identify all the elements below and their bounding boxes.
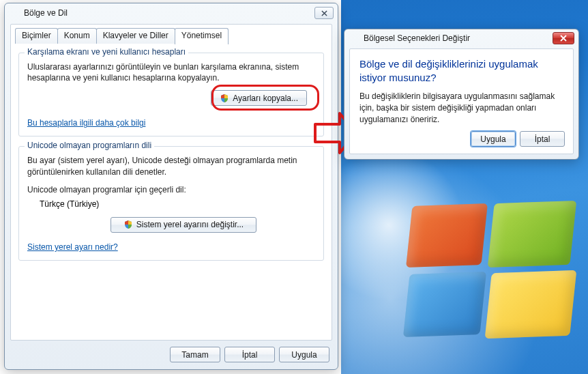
what-is-locale-link[interactable]: Sistem yerel ayarı nedir? bbox=[27, 242, 118, 252]
confirm-body: Bölge ve dil değişikliklerinizi uygulama… bbox=[349, 48, 574, 154]
confirm-dialog: Bölgesel Seçenekleri Değiştir Bölge ve d… bbox=[344, 29, 579, 160]
confirm-title: Bölgesel Seçenekleri Değiştir bbox=[364, 33, 553, 43]
ok-button[interactable]: Tamam bbox=[170, 347, 220, 362]
window-title: Bölge ve Dil bbox=[24, 8, 312, 18]
shield-icon bbox=[123, 220, 133, 229]
accounts-more-info-link[interactable]: Bu hesaplarla ilgili daha çok bilgi bbox=[27, 118, 145, 128]
tab-administrative[interactable]: Yönetimsel bbox=[175, 28, 229, 44]
confirm-apply-button[interactable]: Uygula bbox=[471, 131, 516, 147]
region-language-dialog: Bölge ve Dil Biçimler Konum Klavyeler ve… bbox=[4, 3, 338, 370]
close-button[interactable] bbox=[314, 7, 334, 19]
copy-settings-button[interactable]: Ayarları kopyala... bbox=[211, 90, 307, 106]
group-legend: Karşılama ekranı ve yeni kullanıcı hesap… bbox=[25, 47, 188, 57]
confirm-cancel-button[interactable]: İptal bbox=[520, 131, 565, 147]
change-locale-label: Sistem yerel ayarını değiştir... bbox=[136, 220, 244, 229]
confirm-heading: Bölge ve dil değişikliklerinizi uygulama… bbox=[359, 57, 563, 84]
confirm-button-row: Uygula İptal bbox=[471, 131, 565, 147]
titlebar[interactable]: Bölge ve Dil bbox=[5, 3, 338, 23]
current-lang-label: Unicode olmayan programlar için geçerli … bbox=[27, 184, 315, 195]
tab-location[interactable]: Konum bbox=[57, 28, 97, 44]
group-welcome-accounts: Karşılama ekranı ve yeni kullanıcı hesap… bbox=[18, 53, 324, 136]
copy-settings-label: Ayarları kopyala... bbox=[233, 94, 298, 103]
shield-icon bbox=[220, 94, 229, 103]
globe-icon bbox=[9, 8, 20, 18]
tab-keyboards[interactable]: Klavyeler ve Diller bbox=[96, 28, 175, 44]
group2-desc: Bu ayar (sistem yerel ayarı), Unicode de… bbox=[27, 155, 315, 177]
change-system-locale-button[interactable]: Sistem yerel ayarını değiştir... bbox=[111, 217, 256, 233]
dialog-button-row: Tamam İptal Uygula bbox=[170, 347, 329, 362]
tab-formats[interactable]: Biçimler bbox=[15, 28, 58, 44]
group1-desc: Uluslararası ayarlarınızı görüntüleyin v… bbox=[27, 61, 315, 83]
cancel-button[interactable]: İptal bbox=[224, 347, 275, 362]
close-button[interactable] bbox=[553, 32, 574, 44]
confirm-text: Bu değişikliklerin bilgisayara uygulanma… bbox=[359, 91, 563, 125]
dialog-client: Biçimler Konum Klavyeler ve Diller Yönet… bbox=[10, 24, 332, 341]
confirm-titlebar[interactable]: Bölgesel Seçenekleri Değiştir bbox=[344, 29, 578, 47]
current-lang-value: Türkçe (Türkiye) bbox=[27, 199, 315, 209]
tab-panel-administrative: Karşılama ekranı ve yeni kullanıcı hesap… bbox=[14, 44, 329, 337]
globe-icon bbox=[349, 33, 359, 44]
group2-legend: Unicode olmayan programların dili bbox=[25, 141, 154, 150]
windows-logo bbox=[368, 177, 587, 355]
apply-button[interactable]: Uygula bbox=[279, 347, 329, 362]
tabbar: Biçimler Konum Klavyeler ve Diller Yönet… bbox=[15, 28, 228, 44]
group-unicode-language: Unicode olmayan programların dili Bu aya… bbox=[18, 146, 324, 261]
